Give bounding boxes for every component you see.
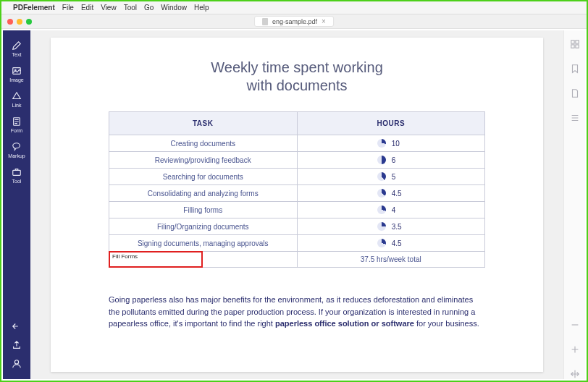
sidebar-right <box>563 30 585 379</box>
markup-icon <box>12 142 22 152</box>
table-header-hours: HOURS <box>297 112 485 135</box>
undo-icon[interactable] <box>12 321 22 331</box>
svg-rect-5 <box>571 41 574 43</box>
window-titlebar: eng-sample.pdf × <box>1 14 587 29</box>
table-row: Filling forms4 <box>109 202 485 218</box>
table-row: Reviewing/providing feedback6 <box>109 152 485 169</box>
menu-tool[interactable]: Tool <box>124 4 137 12</box>
table-row: Consolidating and analyzing forms4.5 <box>109 185 485 202</box>
hours-value: 3.5 <box>392 223 405 231</box>
close-window-button[interactable] <box>7 19 13 25</box>
hours-cell: 5 <box>297 169 485 185</box>
paragraph-text-post: for your business. <box>414 319 479 328</box>
bookmark-icon[interactable] <box>570 64 580 74</box>
sidebar-left: Text Image Link Form Markup Tool <box>3 30 30 379</box>
hours-value: 10 <box>392 140 405 148</box>
svg-rect-8 <box>575 45 578 48</box>
task-cell: Searching for documents <box>109 169 298 185</box>
menu-window[interactable]: Window <box>161 4 187 12</box>
maximize-window-button[interactable] <box>26 19 32 25</box>
sidebar-label: Tool <box>12 179 22 184</box>
traffic-lights <box>7 19 32 25</box>
page-icon[interactable] <box>570 88 580 98</box>
highlight-cell[interactable]: Fill Forms <box>109 252 298 268</box>
document-name: eng-sample.pdf <box>272 18 317 25</box>
svg-rect-6 <box>575 41 578 43</box>
menu-file[interactable]: File <box>62 4 74 12</box>
close-tab-icon[interactable]: × <box>322 17 326 25</box>
sidebar-label: Form <box>11 128 22 133</box>
sidebar-bottom <box>3 321 30 379</box>
task-cell: Filling forms <box>109 202 298 218</box>
workspace: Text Image Link Form Markup Tool <box>3 30 585 379</box>
sidebar-label: Text <box>12 52 22 57</box>
sidebar-label: Image <box>9 77 23 82</box>
hours-cell: 4.5 <box>297 185 485 202</box>
pie-icon <box>377 222 386 231</box>
document-icon <box>262 18 268 25</box>
menu-go[interactable]: Go <box>144 4 154 12</box>
document-viewport[interactable]: Weekly time spent working with documents… <box>30 30 563 379</box>
minus-icon[interactable] <box>570 320 580 330</box>
lines-icon[interactable] <box>570 113 580 123</box>
sidebar-label: Markup <box>8 153 25 158</box>
pie-icon <box>377 239 386 247</box>
task-cell: Reviewing/providing feedback <box>109 152 298 169</box>
page-title-line1: Weekly time spent working <box>109 59 485 76</box>
time-table: TASK HOURS Creating documents10Reviewing… <box>109 111 485 268</box>
link-icon <box>12 91 22 101</box>
hours-value: 5 <box>392 173 405 181</box>
table-row: Filing/Organizing documents3.5 <box>109 218 485 235</box>
sidebar-item-markup[interactable]: Markup <box>3 137 30 163</box>
grid-icon[interactable] <box>570 39 580 49</box>
pencil-icon <box>12 41 22 51</box>
menu-edit[interactable]: Edit <box>81 4 93 12</box>
menu-view[interactable]: View <box>101 4 117 12</box>
plus-icon[interactable] <box>570 344 580 355</box>
total-cell: 37.5 hrs/week total <box>297 252 485 268</box>
hours-value: 6 <box>392 156 405 164</box>
document-page: Weekly time spent working with documents… <box>51 38 543 372</box>
pie-icon <box>377 205 386 214</box>
task-cell: Consolidating and analyzing forms <box>109 185 298 202</box>
minimize-window-button[interactable] <box>17 19 22 25</box>
table-total-row: Fill Forms37.5 hrs/week total <box>109 252 485 268</box>
paragraph-bold: paperless office solution or software <box>275 319 414 328</box>
sidebar-item-form[interactable]: Form <box>3 112 30 137</box>
hours-value: 4.5 <box>392 239 405 247</box>
hours-cell: 10 <box>297 135 485 152</box>
task-cell: Signing documents, managing approvals <box>109 235 298 252</box>
sidebar-item-text[interactable]: Text <box>3 36 30 61</box>
hours-cell: 6 <box>297 152 485 169</box>
hours-value: 4.5 <box>392 190 405 198</box>
svg-rect-0 <box>13 68 21 75</box>
table-row: Signing documents, managing approvals4.5 <box>109 235 485 252</box>
arrows-icon[interactable] <box>570 369 580 379</box>
share-icon[interactable] <box>12 340 22 350</box>
form-icon <box>12 116 22 127</box>
svg-point-4 <box>14 360 18 364</box>
svg-rect-7 <box>571 45 574 48</box>
pie-icon <box>377 172 386 181</box>
svg-rect-3 <box>13 170 21 175</box>
image-icon <box>12 66 22 76</box>
menu-help[interactable]: Help <box>194 4 209 12</box>
pie-icon <box>377 156 386 164</box>
user-icon[interactable] <box>12 359 22 369</box>
pie-icon <box>377 139 386 148</box>
tool-icon <box>12 167 22 177</box>
task-cell: Filing/Organizing documents <box>109 218 298 235</box>
sidebar-item-tool[interactable]: Tool <box>3 163 30 188</box>
hours-cell: 4.5 <box>297 235 485 252</box>
body-paragraph: Going paperless also has major benefits … <box>109 294 485 330</box>
sidebar-item-link[interactable]: Link <box>3 87 30 112</box>
hours-cell: 3.5 <box>297 218 485 235</box>
table-row: Searching for documents5 <box>109 169 485 185</box>
table-row: Creating documents10 <box>109 135 485 152</box>
document-tab[interactable]: eng-sample.pdf × <box>254 16 334 27</box>
menubar: PDFelement File Edit View Tool Go Window… <box>1 1 587 14</box>
hours-value: 4 <box>392 206 405 214</box>
sidebar-item-image[interactable]: Image <box>3 61 30 87</box>
page-title-line2: with documents <box>109 77 485 94</box>
pie-icon <box>377 189 386 198</box>
